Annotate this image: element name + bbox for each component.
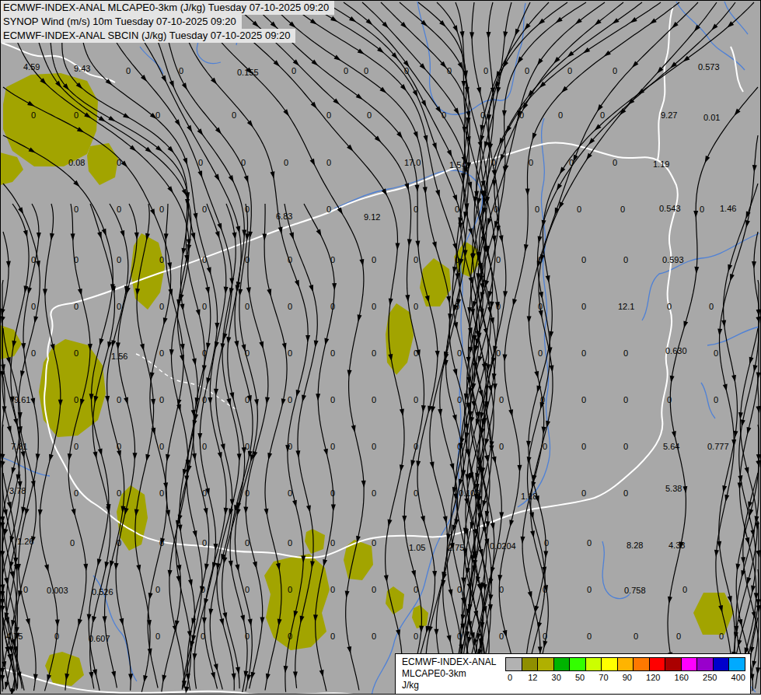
station-value-zero: 0 xyxy=(117,302,121,311)
station-value-zero: 0 xyxy=(23,585,28,594)
station-value-zero: 0 xyxy=(202,348,207,358)
station-value-zero: 0 xyxy=(364,66,368,75)
station-value-zero: 0 xyxy=(74,395,79,404)
station-value-zero: 0 xyxy=(577,205,581,214)
station-value-zero: 0 xyxy=(330,538,335,548)
station-value-label: 0.08 xyxy=(68,158,85,167)
station-value-zero: 0 xyxy=(74,442,79,451)
station-value-zero: 0 xyxy=(538,255,543,264)
station-value-label: 1.56 xyxy=(111,352,127,361)
station-value-zero: 0 xyxy=(676,632,681,641)
legend-title-model: ECMWF-INDEX-ANAL xyxy=(402,657,504,667)
station-value-zero: 0 xyxy=(31,302,36,311)
legend-tick: 0 xyxy=(506,673,514,682)
station-value-zero: 0 xyxy=(198,158,203,167)
station-value-label: 4.38 xyxy=(668,541,685,550)
legend-swatch xyxy=(633,657,650,671)
header-line-synop-wind: SYNOP Wind (m/s) 10m Tuesday 07-10-2025 … xyxy=(1,15,242,29)
station-value-zero: 0 xyxy=(714,395,718,404)
station-value-zero: 0 xyxy=(567,66,572,75)
station-value-zero: 0 xyxy=(457,348,462,358)
station-value-zero: 0 xyxy=(623,488,628,498)
station-value-zero: 0 xyxy=(70,538,75,548)
station-value-zero: 0 xyxy=(414,255,418,264)
legend-tick-labels: 01230507090120160250400 xyxy=(506,671,745,682)
station-value-zero: 0 xyxy=(54,632,59,641)
legend-tick: 30 xyxy=(552,673,561,682)
station-value-zero: 0 xyxy=(496,302,501,311)
legend-swatch xyxy=(601,657,618,671)
station-value-zero: 0 xyxy=(288,395,292,404)
station-value-label: 1.05 xyxy=(409,543,425,552)
station-value-zero: 0 xyxy=(414,585,418,594)
station-value-zero: 0 xyxy=(372,395,376,404)
station-value-zero: 0 xyxy=(117,205,121,214)
station-value-zero: 0 xyxy=(581,395,586,404)
station-value-zero: 0 xyxy=(540,395,545,404)
station-value-zero: 0 xyxy=(74,348,79,358)
cape-patch xyxy=(3,73,98,166)
legend-tick: 160 xyxy=(675,673,689,682)
station-value-label: 0.543 xyxy=(659,204,681,213)
station-value-zero: 0 xyxy=(457,395,462,404)
station-value-zero: 0 xyxy=(74,205,79,214)
station-value-zero: 0 xyxy=(447,66,452,75)
station-value-zero: 0 xyxy=(31,110,36,120)
station-value-label: 0.573 xyxy=(698,62,720,72)
station-value-zero: 0 xyxy=(284,158,288,167)
legend-swatch xyxy=(728,657,745,671)
station-value-zero: 0 xyxy=(117,395,121,404)
station-value-zero: 0 xyxy=(558,110,563,120)
legend-tick: 400 xyxy=(731,673,745,682)
station-value-label: 0.630 xyxy=(665,346,687,355)
station-value-zero: 0 xyxy=(201,585,205,594)
legend-colorbar xyxy=(506,657,745,671)
station-value-zero: 0 xyxy=(159,488,164,498)
station-value-zero: 0 xyxy=(719,632,724,641)
station-value-zero: 0 xyxy=(414,488,418,498)
station-value-zero: 0 xyxy=(202,442,207,451)
station-value-zero: 0 xyxy=(569,158,574,167)
station-value-zero: 0 xyxy=(288,585,292,594)
station-value-zero: 0 xyxy=(117,538,121,548)
station-value-zero: 0 xyxy=(291,66,296,75)
station-value-zero: 0 xyxy=(344,66,348,75)
station-value-zero: 0 xyxy=(480,110,485,120)
station-value-zero: 0 xyxy=(117,488,121,498)
map-background xyxy=(0,0,761,695)
station-value-zero: 0 xyxy=(155,110,160,120)
legend-titles: ECMWF-INDEX-ANAL MLCAPE0-3km J/kg xyxy=(396,654,506,694)
station-value-zero: 0 xyxy=(581,488,586,498)
station-value-label: 17.0 xyxy=(404,158,421,167)
station-value-label: 12.1 xyxy=(618,302,634,311)
station-value-label: 0.106 xyxy=(459,488,480,498)
station-value-zero: 0 xyxy=(202,255,207,264)
station-value-zero: 0 xyxy=(613,66,617,75)
station-value-zero: 0 xyxy=(245,442,250,451)
station-value-zero: 0 xyxy=(414,205,418,214)
station-value-zero: 0 xyxy=(496,348,501,358)
station-value-zero: 0 xyxy=(159,395,164,404)
legend-swatch xyxy=(617,657,634,671)
station-value-zero: 0 xyxy=(288,348,292,358)
station-value-zero: 0 xyxy=(499,395,504,404)
station-value-label: 1.46 xyxy=(720,204,736,213)
station-value-zero: 0 xyxy=(496,255,501,264)
station-value-zero: 0 xyxy=(623,348,628,358)
station-value-zero: 0 xyxy=(667,395,672,404)
station-value-zero: 0 xyxy=(330,302,335,311)
station-value-zero: 0 xyxy=(330,632,335,641)
station-value-zero: 0 xyxy=(494,205,498,214)
legend-swatch xyxy=(522,657,539,671)
station-value-zero: 0 xyxy=(330,585,335,594)
station-value-label: 5.64 xyxy=(663,442,679,451)
station-value-zero: 0 xyxy=(372,585,376,594)
station-value-zero: 0 xyxy=(330,255,335,264)
station-value-zero: 0 xyxy=(326,110,331,120)
station-value-label: 6.83 xyxy=(276,212,292,221)
station-value-zero: 0 xyxy=(202,538,207,548)
station-value-zero: 0 xyxy=(159,302,164,311)
station-value-zero: 0 xyxy=(581,442,586,451)
station-value-label: 0.593 xyxy=(662,255,684,264)
station-value-zero: 0 xyxy=(543,442,547,451)
